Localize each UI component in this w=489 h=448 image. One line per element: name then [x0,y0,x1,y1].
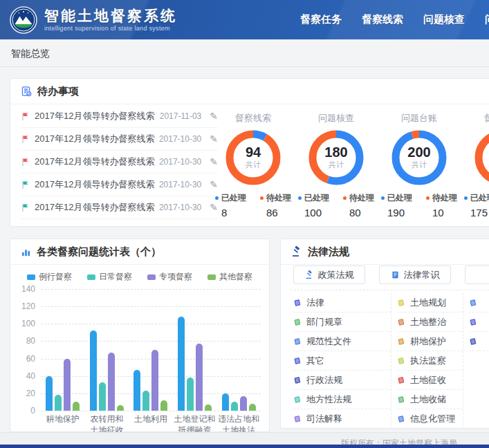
bar-group [178,317,212,411]
gavel-icon [291,246,302,257]
bar [187,377,194,411]
blue-dot-icon [464,196,468,200]
legal-item-label: 土地规划 [410,297,446,309]
legal-item-label: 耕地保护 [410,335,446,348]
book-icon [469,337,477,346]
legal-button-label: 法律常识 [404,269,440,281]
todo-item[interactable]: 2017年12月领导转办督察线索2017-10-30✎ [21,151,218,174]
gavel-icon [305,270,314,279]
pending-value: 80 [343,207,374,218]
todo-date: 2017-11-03 [160,111,202,121]
legend-item[interactable]: 日常督察 [87,271,132,283]
legal-item-label: 土地征收 [410,374,446,386]
book-icon [397,395,405,404]
app-title: 智能土地督察系统 [44,8,177,24]
main-nav: 督察任务督察线索问题核查问题台账 [300,13,489,26]
flag-icon [21,112,30,121]
bar-chart-plot: 020406080100120140 [41,289,261,411]
bar [99,382,106,411]
nav-item[interactable]: 问题核查 [423,13,465,26]
legal-button[interactable] [465,265,489,284]
todo-item[interactable]: 2017年12月领导转办督察线索2017-10-30✎ [21,128,218,151]
legal-item-label: 规范性文件 [306,335,351,348]
legend-item[interactable]: 专项督察 [147,271,192,283]
donut-total: 94 [246,145,261,160]
legal-item[interactable]: 地方性法规 [293,390,391,409]
bar [196,344,203,411]
legal-item-label: 司法解释 [306,413,342,425]
bar [142,391,149,411]
legal-item[interactable]: 其它 [293,351,391,371]
donut-group: 督察任务 共计 已处理175 待处理 [461,112,489,218]
bar-chart-title: 各类督察问题统计表（个） [37,245,161,259]
book-icon [293,395,302,404]
donut-total-label: 共计 [246,160,261,170]
legal-item[interactable] [469,293,489,312]
legal-item[interactable]: 耕地保护 [397,332,463,351]
chart-legend: 例行督察日常督察专项督察其他督察 [10,271,269,283]
book-icon [397,415,405,423]
orange-dot-icon [343,196,347,200]
y-tick-label: 40 [26,371,35,381]
todo-date: 2017-10-30 [159,203,201,212]
legal-item[interactable] [469,332,489,351]
bar-group [133,350,167,411]
book-icon [293,337,302,346]
legal-buttons: 政策法规法律常识 [293,265,489,284]
bar [64,359,71,411]
book-icon [293,376,302,384]
bar [133,370,140,411]
legal-item[interactable]: 执法监察 [397,351,463,371]
bar-group [46,359,80,411]
legal-item[interactable]: 部门规章 [293,312,391,332]
legend-swatch [147,274,156,280]
legal-item-label: 信息化管理 [410,413,455,425]
legend-swatch [27,274,35,280]
divider [290,290,489,290]
nav-item[interactable]: 督察任务 [300,13,342,26]
legal-item[interactable]: 法律 [293,293,391,312]
overview-card: 待办事项 2017年12月领导转办督察线索2017-11-03✎2017年12月… [10,78,489,227]
nav-item[interactable]: 督察线索 [362,13,403,26]
legal-item[interactable]: 土地规划 [397,293,463,312]
legal-button[interactable]: 政策法规 [293,265,365,284]
todo-item[interactable]: 2017年12月领导转办督察线索2017-10-30✎ [21,196,218,219]
todo-item[interactable]: 2017年12月领导转办督察线索2017-10-30✎ [21,174,218,196]
book-icon [469,299,477,307]
legal-button[interactable]: 法律常识 [379,265,451,284]
legal-card: 法律法规 政策法规法律常识 法律部门规章规范性文件其它行政法规地方性法规司法解释… [280,239,489,429]
legal-item[interactable]: 信息化管理 [397,409,463,429]
y-tick-label: 140 [21,284,35,294]
flag-icon [21,180,30,189]
nav-item[interactable]: 问题台账 [485,13,489,26]
legal-item[interactable]: 司法解释 [293,409,391,429]
book-icon [397,376,405,384]
legal-item[interactable]: 土地收储 [397,390,463,409]
y-tick-label: 100 [21,319,35,328]
flag-icon [21,135,30,144]
legal-item-label: 执法监察 [410,355,446,367]
legal-item[interactable]: 土地整治 [397,312,463,332]
y-tick-label: 60 [26,354,35,364]
book-icon [293,299,302,307]
bar-group [222,393,256,411]
legend-item[interactable]: 其他督察 [207,271,252,283]
todo-item[interactable]: 2017年12月领导转办督察线索2017-11-03✎ [21,105,218,128]
todo-text: 2017年12月领导转办督察线索 [35,201,159,214]
y-tick-label: 120 [21,301,35,311]
gridline [41,411,261,411]
legal-item[interactable]: 行政法规 [293,371,391,390]
donut-group: 督察线索 94 共计 已处理8 待处理86 [212,112,295,218]
blue-dot-icon [381,196,385,200]
legal-item[interactable]: 土地征收 [397,371,463,390]
app-viewport: 智能土地督察系统 intelligent supervision of stat… [0,0,489,448]
app-logo: 智能土地督察系统 intelligent supervision of stat… [10,6,177,34]
todo-date: 2017-10-30 [159,157,201,167]
pending-value: 10 [426,207,457,218]
flag-icon [21,158,30,167]
legal-item[interactable]: 规范性文件 [293,332,391,351]
legend-item[interactable]: 例行督察 [27,271,72,283]
legal-item[interactable] [469,312,489,332]
todo-title: 待办事项 [37,85,79,98]
processed-label: 已处理 [464,192,489,204]
